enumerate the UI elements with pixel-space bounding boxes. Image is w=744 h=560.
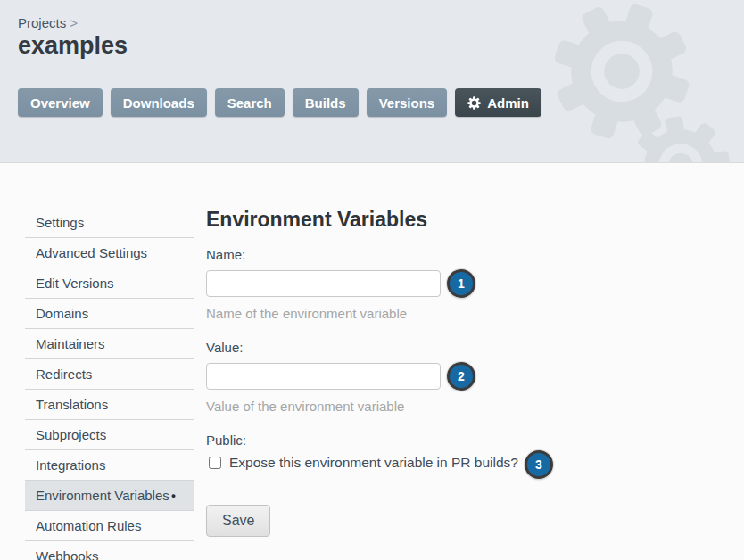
sidebar-item-edit-versions[interactable]: Edit Versions: [25, 268, 194, 299]
active-item-marker: ●: [171, 491, 176, 500]
sidebar-item-label: Redirects: [36, 366, 92, 382]
sidebar-item-label: Settings: [36, 215, 84, 230]
sidebar-item-label: Automation Rules: [36, 518, 141, 533]
project-nav-tabs: Overview Downloads Search Builds Version…: [18, 88, 541, 117]
tab-search[interactable]: Search: [215, 88, 285, 117]
sidebar-item-label: Subprojects: [36, 427, 106, 442]
breadcrumb-projects-link[interactable]: Projects: [18, 15, 66, 30]
name-help-text: Name of the environment variable: [206, 306, 407, 321]
breadcrumb-separator: >: [70, 15, 78, 30]
sidebar-item-label: Edit Versions: [36, 276, 114, 291]
environment-variables-form: Environment Variables Name: 1 Name of th…: [206, 208, 599, 560]
public-checkbox-label[interactable]: Expose this environment variable in PR b…: [229, 455, 518, 471]
tab-downloads[interactable]: Downloads: [111, 88, 207, 117]
sidebar-item-environment-variables[interactable]: Environment Variables●: [25, 481, 194, 511]
sidebar-item-advanced-settings[interactable]: Advanced Settings: [25, 238, 194, 268]
page: Projects > examples Overview Downloads S…: [0, 0, 744, 560]
sidebar-item-label: Environment Variables: [36, 488, 169, 503]
sidebar-item-subprojects[interactable]: Subprojects: [25, 420, 194, 450]
sidebar-item-label: Advanced Settings: [36, 245, 147, 260]
sidebar-item-integrations[interactable]: Integrations: [25, 450, 194, 481]
page-title: examples: [18, 32, 128, 60]
sidebar-item-label: Webhooks: [36, 548, 99, 560]
public-label: Public:: [206, 432, 246, 448]
sidebar-item-label: Translations: [36, 397, 108, 412]
breadcrumb: Projects >: [18, 15, 78, 30]
gear-icon: [467, 96, 481, 110]
public-checkbox[interactable]: [209, 457, 221, 469]
name-label: Name:: [206, 247, 245, 262]
sidebar-item-redirects[interactable]: Redirects: [25, 359, 194, 390]
value-help-text: Value of the environment variable: [206, 399, 404, 414]
sidebar-item-settings[interactable]: Settings: [25, 208, 194, 238]
tab-overview[interactable]: Overview: [18, 88, 103, 117]
save-button[interactable]: Save: [206, 505, 270, 537]
admin-sidebar: Settings Advanced Settings Edit Versions…: [25, 208, 194, 560]
callout-badge-1: 1: [447, 269, 475, 298]
tab-admin-label: Admin: [487, 95, 529, 111]
section-title: Environment Variables: [206, 208, 427, 232]
gear-watermark-icon: [535, 0, 744, 162]
sidebar-item-label: Integrations: [36, 457, 105, 473]
sidebar-item-translations[interactable]: Translations: [25, 390, 194, 420]
tab-builds[interactable]: Builds: [293, 88, 359, 117]
public-checkbox-row: Expose this environment variable in PR b…: [209, 455, 518, 471]
callout-badge-3: 3: [525, 450, 553, 479]
name-input[interactable]: [206, 270, 441, 297]
sidebar-item-domains[interactable]: Domains: [25, 299, 194, 329]
sidebar-item-webhooks[interactable]: Webhooks: [25, 541, 194, 560]
value-input[interactable]: [206, 363, 441, 390]
sidebar-item-label: Maintainers: [36, 336, 105, 351]
tab-admin[interactable]: Admin: [455, 88, 541, 117]
value-label: Value:: [206, 340, 243, 355]
callout-badge-2: 2: [447, 362, 475, 391]
sidebar-item-maintainers[interactable]: Maintainers: [25, 329, 194, 359]
sidebar-item-automation-rules[interactable]: Automation Rules: [25, 511, 194, 541]
sidebar-item-label: Domains: [36, 306, 88, 321]
tab-versions[interactable]: Versions: [367, 88, 448, 117]
project-header: Projects > examples Overview Downloads S…: [0, 0, 744, 163]
